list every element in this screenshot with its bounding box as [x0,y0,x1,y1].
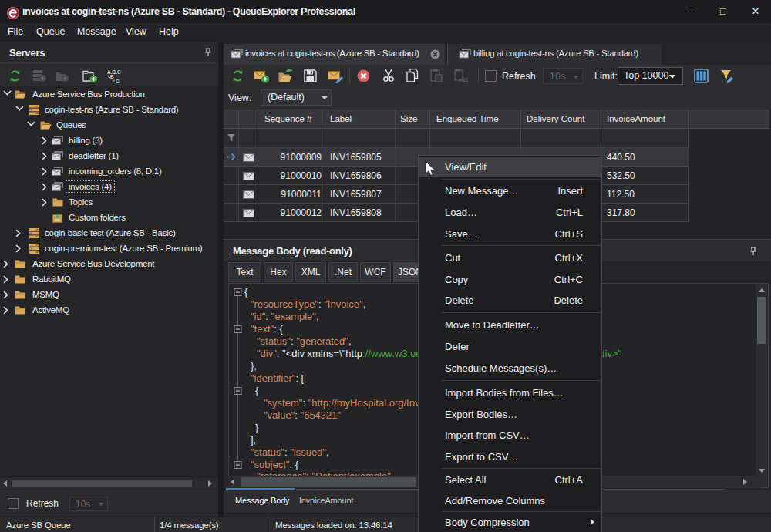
svg-text:C: C [116,79,120,84]
svg-text:A.B.C: A.B.C [107,69,121,75]
svg-text:x10: x10 [459,76,468,83]
svg-text:B: B [110,74,114,79]
